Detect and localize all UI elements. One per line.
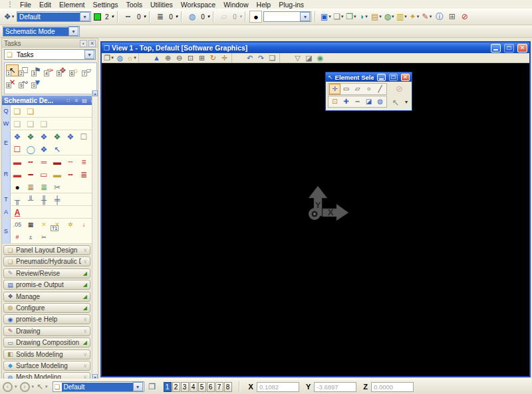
dropdown-arrow-icon[interactable]: ▾ [112, 14, 114, 19]
schematic-design-header[interactable]: Schematic De... ∷ ≡ ▤ ∧ [2, 96, 98, 105]
settings-gear-icon[interactable]: ✲ [64, 219, 77, 231]
insert-symbol-icon[interactable]: ❖ [11, 130, 24, 143]
models-icon[interactable]: ▣ ▾ [319, 11, 332, 23]
database-icon[interactable]: ▥ ▾ [395, 11, 408, 23]
menu-item[interactable]: Help [253, 1, 275, 9]
minimize-button[interactable] [491, 44, 501, 52]
active-element-template-icon[interactable]: ❖ ▾ [3, 11, 15, 23]
view-toggle-button[interactable]: 3 [181, 382, 189, 392]
selection-history-icon[interactable]: ↖ [37, 382, 43, 391]
combo-dropdown-button[interactable]: ▾ [80, 12, 90, 21]
list-view-icon[interactable]: ≡ [73, 98, 80, 104]
scroll-up-icon[interactable]: ▴ [92, 90, 98, 96]
window-area-icon[interactable]: ⊡ [185, 53, 196, 62]
view-toggle-button[interactable]: 6 [207, 382, 215, 392]
match-properties-icon[interactable]: ❖ 5 [57, 64, 69, 76]
new-selection-icon[interactable]: ⊡ [329, 96, 340, 107]
new-file-icon[interactable]: ❏ ▾ [332, 11, 344, 23]
dropdown-arrow-icon[interactable]: ▾ [144, 14, 146, 19]
toolbar-separator[interactable] [231, 53, 243, 62]
grid-view-icon[interactable]: ∷ [65, 98, 72, 104]
mode-combo[interactable]: Schematic Mode ▾ [3, 26, 80, 37]
active-color-swatch[interactable] [94, 13, 101, 21]
combo-dropdown-button[interactable]: ▾ [300, 12, 310, 21]
pair-symbols-icon[interactable]: ❖ [37, 143, 51, 155]
view-next-icon[interactable]: ↷ [255, 53, 267, 62]
menu-item[interactable]: Element [55, 1, 89, 9]
wire-label-icon[interactable]: ± [24, 231, 37, 244]
active-line-style-icon[interactable]: ╍ [122, 11, 134, 23]
task-section-bar[interactable]: ◉ promis-e Help ∨ [3, 314, 90, 324]
ladder-icon[interactable]: ≣ [24, 181, 37, 193]
select-area-icon[interactable]: ☐ [11, 143, 24, 155]
task-section-bar[interactable]: ✎ Drawing ∨ [3, 326, 90, 336]
active-line-weight-icon[interactable]: ≣ [154, 11, 166, 23]
zoom-out-icon[interactable]: ⊖ [174, 53, 185, 62]
keyin-browser-icon[interactable]: ✦ ▾ [408, 11, 420, 23]
wire-pair-icon[interactable]: ╍ [24, 155, 37, 168]
polygon-mode-icon[interactable]: ▱ [352, 84, 363, 94]
dropdown-arrow-icon[interactable]: ▾ [32, 384, 35, 389]
symbol-pair-icon[interactable]: ❖ [51, 130, 64, 143]
wire-box-icon[interactable]: ▭ [37, 168, 51, 181]
rotate-view-icon[interactable]: ↻ [207, 53, 219, 62]
combo-dropdown-button[interactable]: ▾ [133, 382, 143, 391]
task-section-bar[interactable]: ✎ Review/Revise ◢ [3, 268, 90, 278]
place-terminal-icon[interactable]: ╥ [11, 193, 24, 206]
circle-mode-icon[interactable]: ○ [363, 84, 374, 94]
edit-terminal-icon[interactable]: ╨ [24, 193, 37, 206]
task-section-bar[interactable]: ❏ Pneumatic/Hydraulic Des... ∨ [3, 256, 90, 266]
menu-item[interactable]: Window [219, 1, 252, 9]
update-symbols-icon[interactable]: ☐ [77, 130, 90, 143]
models-dialog-icon[interactable]: ❐ [146, 381, 159, 393]
ladder-new-icon[interactable]: ≣ [37, 181, 51, 193]
dashed-wire-icon[interactable]: ▬ [51, 155, 64, 168]
task-section-bar[interactable]: ◍ Configure ◢ [3, 303, 90, 313]
task-section-bar[interactable]: ▤ promis-e Output ◢ [3, 280, 90, 290]
dropdown-arrow-icon[interactable]: ▾ [176, 14, 178, 19]
wire-corner-icon[interactable]: ╌ [64, 155, 77, 168]
view-previous-icon[interactable]: ↶ [244, 53, 255, 62]
symbol-cursor-icon[interactable]: ↖ [51, 143, 64, 155]
element-selection-icon[interactable]: ↖ 1 [6, 64, 19, 76]
minimize-button[interactable] [377, 74, 386, 81]
view-toggle-button[interactable]: 4 [190, 382, 198, 392]
delete-xref-icon[interactable]: ✕ [37, 219, 51, 231]
menu-item[interactable]: Plug-ins [275, 1, 308, 9]
task-section-bar[interactable]: ❏ Panel Layout Design ∨ [3, 245, 90, 255]
link-icon[interactable]: ∾ 9 [19, 76, 31, 88]
import-icon[interactable]: ↓ [77, 219, 90, 231]
markup-icon[interactable]: ✎ ▾ [420, 11, 433, 23]
active-model-combo[interactable]: ❏ Default ▾ [53, 381, 144, 392]
raster-manager-icon[interactable]: ◗ ▾ [357, 11, 370, 23]
modify-element-icon[interactable]: ▱ 7 [82, 64, 94, 76]
symbol-export-icon[interactable]: ❖ [64, 130, 77, 143]
menu-item[interactable]: Edit [35, 1, 55, 9]
bus-wire-icon[interactable]: ≣ [77, 168, 90, 181]
expand-dialog-icon[interactable]: ▾ [403, 97, 410, 108]
zoom-in-icon[interactable]: ⊕ [162, 53, 174, 62]
back-icon[interactable]: ‹ [3, 382, 13, 392]
add-selection-icon[interactable]: ✚ [340, 96, 352, 107]
dropdown-arrow-icon[interactable]: ▾ [15, 384, 17, 389]
view-titlebar[interactable]: ❐ View 1 - Top, Default [Software Graphi… [102, 43, 529, 53]
dropdown-arrow-icon[interactable]: ▾ [207, 14, 210, 19]
clip-volume-icon[interactable]: ▽ [292, 53, 303, 62]
drawing-canvas[interactable]: Y X ↖ Element Select... ✕ ✛ [102, 63, 529, 376]
dot-icon[interactable]: ● [11, 181, 24, 193]
multi-wire-icon[interactable]: ═ [37, 155, 51, 168]
menu-item[interactable]: Utilities [146, 1, 177, 9]
pin-icon[interactable]: ▪ [80, 40, 87, 47]
active-class-icon[interactable]: ◍ [186, 11, 198, 23]
dropdown-arrow-icon[interactable]: ▾ [45, 384, 48, 389]
toggle-snaps-icon[interactable]: ⊘ [458, 11, 471, 23]
symbol-browser-icon[interactable]: ❖ [37, 130, 51, 143]
heavy-wire-icon[interactable]: ━ [24, 168, 37, 181]
element-select-titlebar[interactable]: ↖ Element Select... ✕ [326, 72, 412, 82]
accusnap-icon[interactable]: ⊞ [446, 11, 458, 23]
menu-item[interactable]: Tools [122, 1, 147, 9]
insert-macro-icon[interactable]: ❖ [24, 130, 37, 143]
z-coordinate-field[interactable]: 0.0000 [371, 382, 414, 392]
task-section-bar[interactable]: ❖ Manage ◢ [3, 292, 90, 302]
open-page-icon[interactable]: ❏ [24, 118, 37, 130]
